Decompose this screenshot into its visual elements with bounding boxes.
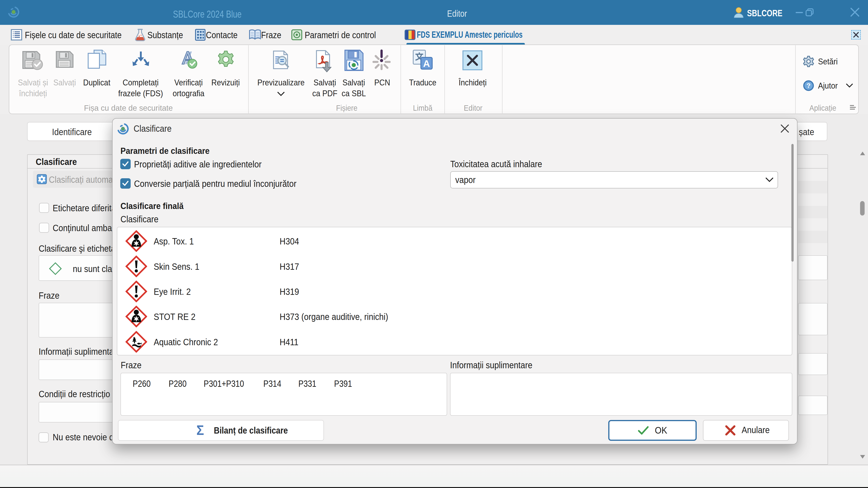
svg-text:A: A xyxy=(423,58,430,69)
svg-text:?: ? xyxy=(807,82,811,89)
